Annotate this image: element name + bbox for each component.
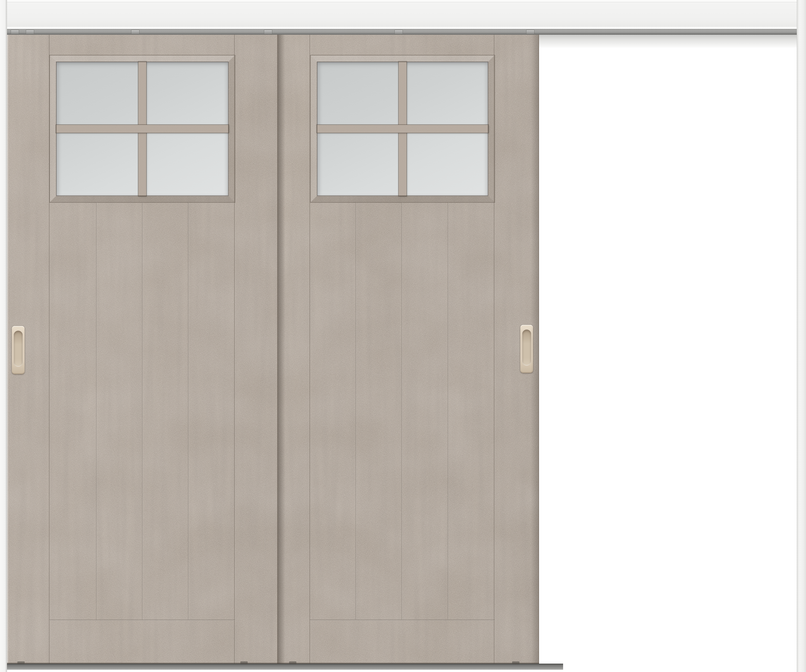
door-edge — [277, 34, 278, 664]
door-hanger-clip — [526, 30, 535, 34]
door-hanger-clip — [395, 30, 403, 34]
floor-guide-block — [289, 661, 296, 664]
window-frame — [311, 56, 494, 202]
door-edge-highlight — [7, 34, 8, 664]
open-doorway — [539, 48, 797, 672]
sliding-door-right[interactable] — [278, 34, 539, 664]
plank-groove — [401, 202, 402, 619]
left-jamb — [0, 0, 7, 672]
product-photo-sliding-doors — [0, 0, 806, 672]
plank-groove — [96, 202, 97, 619]
bottom-rail-groove — [49, 619, 235, 621]
floor-guide-block — [512, 661, 519, 664]
plank-groove — [448, 202, 449, 619]
plank-groove — [142, 202, 143, 619]
floor-guide-block — [17, 661, 25, 664]
handle-recess — [14, 331, 23, 367]
door-edge-shade — [531, 34, 538, 664]
door-hanger-clip — [11, 30, 19, 34]
plank-groove — [188, 202, 189, 619]
door-hanger-clip — [264, 30, 272, 34]
door-overlap-shadow — [278, 34, 285, 664]
door-hanger-clip — [131, 30, 140, 34]
plank-groove — [355, 202, 356, 619]
handle-recess — [522, 329, 531, 366]
floor-guide-block — [240, 661, 248, 664]
bottom-rail-groove — [310, 619, 495, 621]
recessed-pull-handle[interactable] — [12, 326, 25, 374]
right-jamb — [797, 0, 806, 672]
stile-groove — [310, 34, 311, 664]
door-hanger-clip — [26, 30, 34, 34]
track-header — [0, 0, 799, 28]
sliding-door-left[interactable] — [7, 34, 278, 664]
door-edge — [538, 34, 539, 664]
window-frame — [50, 56, 235, 202]
floor-guide-rail — [7, 664, 563, 670]
